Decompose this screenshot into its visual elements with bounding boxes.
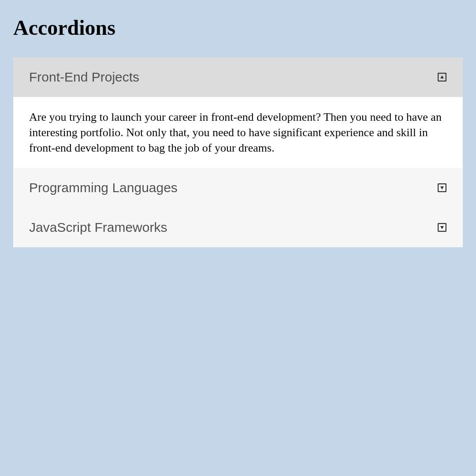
accordion-header-javascript-frameworks[interactable]: JavaScript Frameworks <box>13 208 463 247</box>
accordion-container: Front-End Projects Are you trying to lau… <box>13 57 463 247</box>
accordion-title: JavaScript Frameworks <box>29 220 167 235</box>
caret-up-icon <box>437 72 447 82</box>
svg-marker-3 <box>440 186 444 190</box>
caret-down-icon <box>437 223 447 232</box>
page-heading: Accordions <box>13 15 463 40</box>
accordion-title: Front-End Projects <box>29 70 139 85</box>
svg-marker-1 <box>440 75 444 78</box>
accordion-header-programming-languages[interactable]: Programming Languages <box>13 168 463 208</box>
accordion-body-front-end-projects: Are you trying to launch your career in … <box>13 97 463 168</box>
svg-marker-5 <box>440 226 444 229</box>
caret-down-icon <box>437 183 447 193</box>
accordion-header-front-end-projects[interactable]: Front-End Projects <box>13 57 463 97</box>
accordion-title: Programming Languages <box>29 180 178 195</box>
